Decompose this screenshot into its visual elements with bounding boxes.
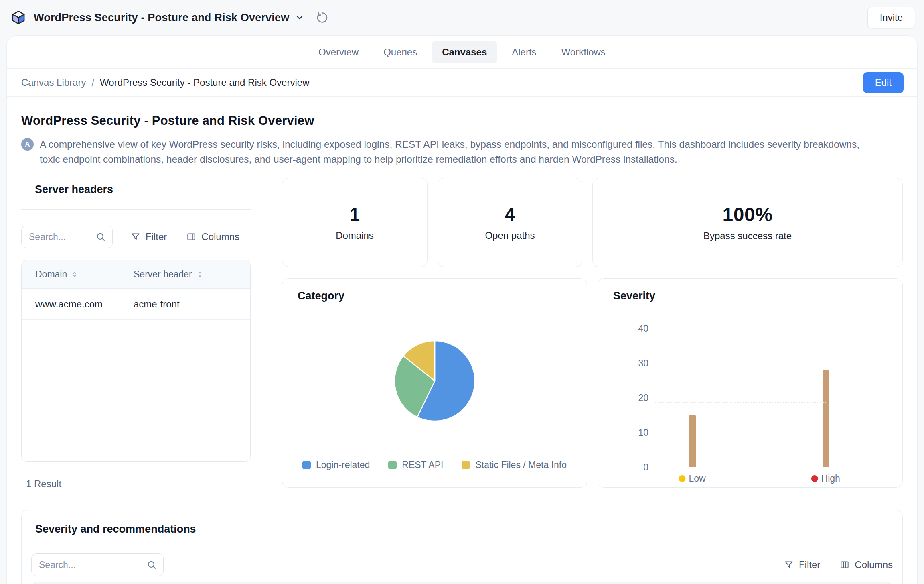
stat-card-bypass-rate: 100% Bypass success rate [592, 178, 903, 267]
column-header-label: Domain [35, 269, 67, 280]
stat-value: 4 [505, 203, 515, 225]
y-axis-tick: 40 [638, 323, 648, 334]
columns-button[interactable]: Columns [839, 559, 893, 570]
legend-item-static-files[interactable]: Static Files / Meta Info [462, 460, 567, 470]
edit-button[interactable]: Edit [863, 72, 904, 93]
sort-icon [71, 271, 79, 278]
category-legend: Login-related REST API Static Files / Me… [282, 460, 587, 470]
tab-bar: Overview Queries Canvases Alerts Workflo… [7, 36, 917, 69]
table-empty-area [22, 320, 250, 461]
table-header-row: Domain Server header [22, 260, 250, 289]
columns-icon [186, 232, 197, 242]
severity-bar-high [823, 370, 829, 467]
stat-value: 1 [349, 203, 360, 225]
severity-y-labels: 010203040 [610, 328, 648, 467]
stat-card-open-paths: 4 Open paths [438, 178, 582, 267]
column-header-label: Server header [134, 269, 192, 280]
filter-icon [784, 560, 794, 570]
table-header-strip [31, 582, 893, 584]
search-icon [95, 232, 106, 242]
x-axis-label-low: Low [679, 473, 705, 484]
filter-label: Filter [799, 559, 820, 570]
legend-item-login-related[interactable]: Login-related [302, 460, 370, 470]
legend-label: Static Files / Meta Info [475, 460, 567, 470]
pie-chart-wrap [282, 312, 587, 460]
stat-label: Open paths [485, 230, 535, 241]
severity-recommendations-section: Severity and recommendations [21, 510, 903, 584]
search-input[interactable] [39, 560, 146, 570]
avatar: A [21, 138, 34, 151]
breadcrumb: Canvas Library / WordPress Security - Po… [21, 77, 309, 88]
legend-swatch-icon [388, 461, 397, 469]
tab-overview[interactable]: Overview [308, 41, 369, 63]
server-headers-table: Domain Server header [21, 260, 251, 462]
breadcrumb-current: WordPress Security - Posture and Risk Ov… [100, 77, 309, 88]
severity-chart-title: Severity [613, 290, 887, 302]
severity-dot-icon [679, 475, 685, 482]
x-axis-label-text: High [821, 473, 840, 484]
server-headers-panel: Server headers [21, 178, 251, 490]
stat-label: Domains [336, 230, 374, 241]
search-icon [146, 560, 157, 570]
y-axis-tick: 0 [643, 462, 648, 473]
severity-dot-icon [811, 475, 818, 482]
cell-domain: www.acme.com [22, 299, 134, 310]
table-row[interactable]: www.acme.com acme-front [22, 289, 250, 320]
category-chart-card: Category Login-related [282, 278, 587, 488]
y-axis-tick: 20 [638, 392, 648, 403]
app-logo-icon [10, 10, 26, 26]
y-axis-tick: 30 [638, 358, 648, 369]
legend-item-rest-api[interactable]: REST API [388, 460, 443, 470]
filter-button[interactable]: Filter [784, 559, 820, 570]
category-pie-svg [392, 338, 478, 424]
legend-label: REST API [402, 460, 443, 470]
stat-value: 100% [723, 203, 773, 226]
columns-button[interactable]: Columns [186, 231, 239, 242]
divider [31, 546, 893, 546]
category-chart-title: Category [298, 290, 571, 302]
filter-button[interactable]: Filter [130, 231, 167, 242]
tab-workflows[interactable]: Workflows [551, 41, 616, 63]
column-header-server-header[interactable]: Server header [134, 269, 250, 280]
chevron-down-icon[interactable] [295, 13, 304, 22]
y-axis-tick: 10 [638, 427, 648, 438]
severity-chart-card: Severity 010203040 LowHigh [598, 278, 903, 488]
cell-server-header: acme-front [134, 299, 250, 310]
category-chart-body: Login-related REST API Static Files / Me… [282, 312, 587, 487]
charts-row: Category Login-related [282, 278, 903, 488]
widgets-area: 1 Domains 4 Open paths 100% Bypass succe… [282, 178, 903, 490]
severity-recommendations-toolbar: Filter Columns [31, 553, 893, 576]
result-count: 1 Result [26, 478, 251, 490]
filter-icon [130, 232, 141, 242]
tab-queries[interactable]: Queries [373, 41, 428, 63]
canvas-title: WordPress Security - Posture and Risk Ov… [34, 12, 289, 24]
stat-card-domains: 1 Domains [282, 178, 428, 267]
x-axis-label-high: High [811, 473, 840, 484]
tab-canvases[interactable]: Canvases [432, 41, 497, 63]
refresh-icon[interactable] [316, 11, 328, 24]
toolbar-right-tools: Filter Columns [784, 559, 893, 570]
divider [21, 209, 251, 210]
page-title: WordPress Security - Posture and Risk Ov… [21, 114, 903, 128]
legend-label: Login-related [316, 460, 370, 470]
server-headers-title: Server headers [35, 183, 251, 196]
breadcrumb-separator: / [91, 77, 94, 88]
top-bar: WordPress Security - Posture and Risk Ov… [0, 0, 924, 35]
invite-button[interactable]: Invite [867, 7, 915, 28]
columns-icon [839, 560, 850, 570]
severity-recommendations-search [31, 553, 164, 576]
filter-label: Filter [146, 231, 167, 242]
severity-recommendations-title: Severity and recommendations [35, 523, 902, 535]
main-panel: Overview Queries Canvases Alerts Workflo… [6, 35, 918, 584]
columns-label: Columns [855, 559, 893, 570]
description-row: A A comprehensive view of key WordPress … [21, 137, 903, 167]
search-input[interactable] [29, 232, 95, 242]
columns-label: Columns [201, 231, 239, 242]
severity-chart-body: 010203040 LowHigh [598, 312, 902, 487]
page-description: A comprehensive view of key WordPress se… [40, 137, 876, 167]
reference-line [655, 402, 826, 403]
breadcrumb-canvas-library[interactable]: Canvas Library [21, 77, 86, 88]
legend-swatch-icon [462, 461, 470, 469]
tab-alerts[interactable]: Alerts [501, 41, 547, 63]
column-header-domain[interactable]: Domain [22, 269, 134, 280]
